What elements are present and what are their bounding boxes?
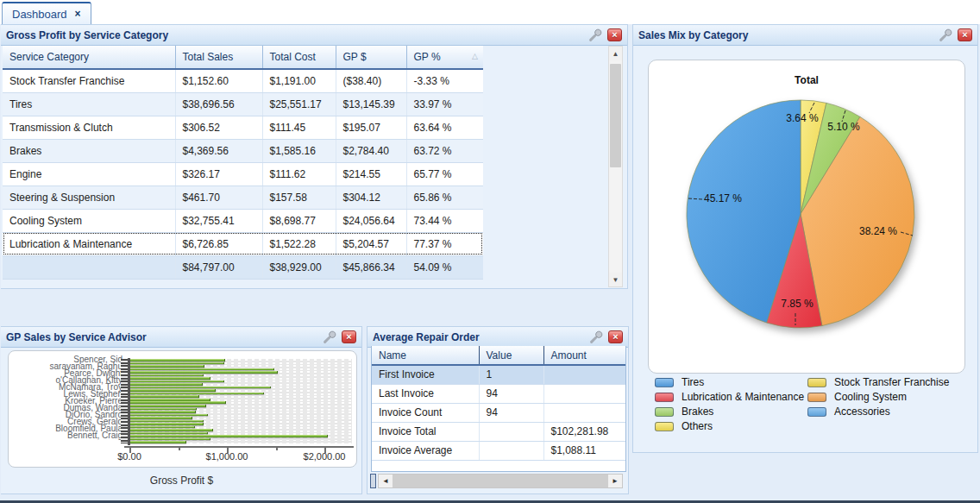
- table-row[interactable]: Stock Transfer Franchise$1,152.60$1,191.…: [3, 69, 483, 92]
- table-cell: $111.62: [262, 162, 336, 185]
- x-tick-label: $2,000.00: [304, 451, 346, 462]
- table-cell: 63.64 %: [406, 116, 483, 139]
- table-row[interactable]: Lubrication & Maintenance$6,726.85$1,522…: [3, 232, 483, 255]
- x-tick-label: $1,000.00: [206, 451, 248, 462]
- close-icon[interactable]: ×: [342, 330, 356, 343]
- bar: [130, 414, 208, 417]
- scrollbar-thumb[interactable]: [610, 64, 621, 167]
- table-row[interactable]: Last Invoice94: [372, 384, 625, 403]
- table-cell: [543, 403, 625, 422]
- table-cell: $304.12: [336, 185, 406, 209]
- column-header-gp-[interactable]: GP %△: [406, 46, 483, 69]
- scroll-down-icon[interactable]: ▼: [609, 273, 622, 286]
- table-cell: $461.70: [175, 185, 262, 209]
- panel-header: Average Repair Order ×: [368, 327, 628, 348]
- legend-swatch: [655, 407, 674, 417]
- panel-title: Sales Mix by Category: [638, 29, 748, 41]
- column-header-amount[interactable]: Amount: [543, 346, 625, 365]
- panel-average-repair-order: Average Repair Order × NameValueAmount F…: [367, 326, 629, 494]
- table-row[interactable]: Tires$38,696.56$25,551.17$13,145.3933.97…: [3, 92, 483, 116]
- bar: [130, 371, 278, 374]
- panel-header: GP Sales by Service Advisor ×: [1, 327, 361, 348]
- column-header-total-cost[interactable]: Total Cost: [262, 46, 336, 69]
- pie-legend-column-2: Stock Transfer FranchiseCooling SystemAc…: [807, 377, 949, 417]
- avg-repair-table-wrap: NameValueAmount First Invoice1Last Invoi…: [371, 346, 626, 472]
- legend-label: Lubrication & Maintenance: [682, 391, 804, 403]
- tab-close-icon[interactable]: ×: [75, 8, 81, 20]
- table-cell: Cooling System: [3, 209, 175, 232]
- table-cell: $157.58: [262, 185, 336, 209]
- wrench-icon[interactable]: [589, 330, 603, 344]
- table-cell: $25,551.17: [262, 92, 336, 116]
- legend-label: Cooling System: [834, 391, 907, 403]
- legend-label: Tires: [682, 376, 704, 388]
- table-cell: 65.86 %: [406, 185, 483, 209]
- table-row[interactable]: Invoice Count94: [372, 403, 625, 422]
- scroll-right-icon[interactable]: ►: [608, 475, 622, 487]
- table-row[interactable]: Brakes$4,369.56$1,585.16$2,784.4063.72 %: [3, 139, 483, 162]
- legend-item: Accessories: [807, 406, 949, 417]
- column-header-total-sales[interactable]: Total Sales: [175, 46, 262, 69]
- table-cell: 33.97 %: [406, 92, 483, 116]
- pie-slice-percent-label: 7.85 %: [781, 298, 814, 310]
- table-cell: $32,755.41: [175, 209, 262, 232]
- table-cell: -3.33 %: [406, 69, 483, 92]
- table-cell: $1,191.00: [262, 69, 336, 92]
- column-header-service-category[interactable]: Service Category: [3, 46, 175, 69]
- summary-cell: 54.09 %: [406, 255, 483, 279]
- legend-swatch: [655, 378, 674, 387]
- tab-dashboard[interactable]: Dashboard ×: [2, 2, 91, 24]
- bar: [130, 420, 204, 423]
- bar-chart-y-labels: Spencer, Sidsaravanam, RaghuPearce, Dwig…: [9, 355, 124, 441]
- summary-cell: [3, 255, 175, 279]
- scrollbar-thumb[interactable]: [393, 475, 608, 487]
- table-row[interactable]: Cooling System$32,755.41$8,698.77$24,056…: [3, 209, 483, 232]
- bar: [130, 411, 196, 413]
- legend-label: Others: [682, 420, 713, 432]
- vertical-scrollbar[interactable]: ▲ ▼: [608, 46, 623, 287]
- panel-sales-mix: Sales Mix by Category × Total 3.64 %5.10…: [632, 24, 978, 453]
- bar-chart-box: Spencer, Sidsaravanam, RaghuPearce, Dwig…: [8, 350, 357, 468]
- table-cell: $5,204.57: [336, 232, 406, 255]
- table-row[interactable]: First Invoice1: [372, 365, 625, 384]
- table-cell: $195.07: [336, 116, 406, 139]
- resize-grip[interactable]: [370, 474, 376, 488]
- scroll-left-icon[interactable]: ◄: [379, 475, 393, 487]
- table-row[interactable]: Steering & Suspension$461.70$157.58$304.…: [3, 185, 483, 209]
- bar: [130, 374, 204, 377]
- tab-bar: Dashboard ×: [0, 0, 980, 24]
- table-cell: Stock Transfer Franchise: [3, 69, 175, 92]
- wrench-icon[interactable]: [939, 28, 952, 42]
- bar-chart-x-axis-title: Gross Profit $: [1, 475, 362, 487]
- bar: [130, 441, 186, 443]
- table-row[interactable]: Invoice Total$102,281.98: [372, 422, 625, 441]
- table-cell: First Invoice: [372, 365, 479, 384]
- wrench-icon[interactable]: [323, 330, 336, 344]
- bar-chart-y-ticks: [121, 359, 128, 443]
- table-cell: $214.55: [336, 162, 406, 185]
- legend-swatch: [655, 393, 674, 402]
- close-icon[interactable]: ×: [607, 28, 622, 41]
- table-cell: [479, 441, 543, 460]
- horizontal-scrollbar[interactable]: ◄ ►: [378, 474, 623, 488]
- column-header-gp-[interactable]: GP $: [336, 46, 406, 69]
- table-cell: 65.77 %: [406, 162, 483, 185]
- legend-item: Lubrication & Maintenance: [655, 392, 804, 402]
- column-header-value[interactable]: Value: [479, 346, 543, 365]
- table-row[interactable]: Engine$326.17$111.62$214.5565.77 %: [3, 162, 483, 185]
- bar: [130, 429, 213, 431]
- bar-chart-x-axis: [124, 446, 354, 448]
- column-header-name[interactable]: Name: [372, 346, 479, 365]
- table-cell: Invoice Count: [372, 403, 479, 422]
- table-cell: 94: [479, 384, 543, 403]
- table-cell: $4,369.56: [175, 139, 262, 162]
- wrench-icon[interactable]: [588, 28, 602, 42]
- close-icon[interactable]: ×: [608, 330, 623, 343]
- close-icon[interactable]: ×: [958, 28, 972, 41]
- table-row[interactable]: Transmission & Clutch$306.52$111.45$195.…: [3, 116, 483, 139]
- app-window: Dashboard × Gross Profit by Service Cate…: [0, 0, 980, 503]
- scroll-up-icon[interactable]: ▲: [609, 47, 622, 60]
- panel-header: Sales Mix by Category ×: [633, 25, 977, 46]
- table-row[interactable]: Invoice Average$1,088.11: [372, 441, 625, 460]
- table-cell: $1,585.16: [262, 139, 336, 162]
